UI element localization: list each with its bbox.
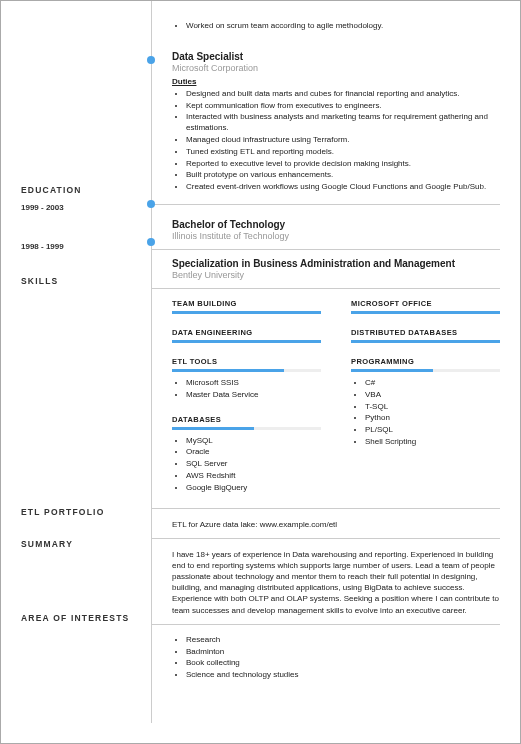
list-item: Science and technology studies <box>186 670 500 681</box>
edu-school-1: Bentley University <box>172 270 500 280</box>
skill-block: DATA ENGINEERING <box>172 328 321 343</box>
timeline-dot <box>147 200 155 208</box>
duties-label: Duties <box>172 77 500 86</box>
list-item: SQL Server <box>186 459 321 470</box>
list-item: Designed and built data marts and cubes … <box>186 89 500 100</box>
job2-title: Data Specialist <box>172 51 500 62</box>
skill-name: DATA ENGINEERING <box>172 328 321 337</box>
list-item: Kept communication flow from executives … <box>186 101 500 112</box>
list-item: AWS Redshift <box>186 471 321 482</box>
list-item: Created event-driven workflows using Goo… <box>186 182 500 193</box>
skill-block: DATABASESMySQLOracleSQL ServerAWS Redshi… <box>172 415 321 494</box>
skill-name: DISTRIBUTED DATABASES <box>351 328 500 337</box>
skill-name: MICROSOFT OFFICE <box>351 299 500 308</box>
list-item: VBA <box>365 390 500 401</box>
list-item: Python <box>365 413 500 424</box>
top-bullet-list: Worked on scrum team according to agile … <box>172 21 500 32</box>
interests-label: AREA OF INTERESTS <box>21 613 139 623</box>
etl-label: ETL PORTFOLIO <box>21 507 139 517</box>
skill-items: Microsoft SSISMaster Data Service <box>172 378 321 401</box>
skill-items: MySQLOracleSQL ServerAWS RedshiftGoogle … <box>172 436 321 494</box>
skills-col-left: TEAM BUILDINGDATA ENGINEERINGETL TOOLSMi… <box>172 299 321 508</box>
skills-label: SKILLS <box>21 276 139 286</box>
list-item: Worked on scrum team according to agile … <box>186 21 500 32</box>
skills-grid: TEAM BUILDINGDATA ENGINEERINGETL TOOLSMi… <box>172 299 500 508</box>
list-item: Tuned existing ETL and reporting models. <box>186 147 500 158</box>
list-item: Shell Scripting <box>365 437 500 448</box>
job2-company: Microsoft Corporation <box>172 63 500 73</box>
job2-duties: Designed and built data marts and cubes … <box>172 89 500 193</box>
list-item: PL/SQL <box>365 425 500 436</box>
skill-bar-fill <box>172 340 321 343</box>
skill-bar <box>351 340 500 343</box>
list-item: MySQL <box>186 436 321 447</box>
edu-degree-0: Bachelor of Technology <box>172 219 500 230</box>
skill-block: MICROSOFT OFFICE <box>351 299 500 314</box>
interests-list: ResearchBadmintonBook collectingScience … <box>172 635 500 681</box>
list-item: Interacted with business analysts and ma… <box>186 112 500 134</box>
skill-bar-fill <box>351 311 500 314</box>
summary-text: I have 18+ years of experience in Data w… <box>172 549 500 616</box>
list-item: Microsoft SSIS <box>186 378 321 389</box>
skill-bar <box>172 340 321 343</box>
list-item: C# <box>365 378 500 389</box>
skill-block: TEAM BUILDING <box>172 299 321 314</box>
skill-block: PROGRAMMINGC#VBAT-SQLPythonPL/SQLShell S… <box>351 357 500 448</box>
skill-bar-fill <box>351 369 433 372</box>
list-item: Master Data Service <box>186 390 321 401</box>
skill-name: TEAM BUILDING <box>172 299 321 308</box>
list-item: Oracle <box>186 447 321 458</box>
skill-block: ETL TOOLSMicrosoft SSISMaster Data Servi… <box>172 357 321 401</box>
timeline-dot <box>147 238 155 246</box>
skill-name: DATABASES <box>172 415 321 424</box>
skill-bar-fill <box>351 340 500 343</box>
list-item: Book collecting <box>186 658 500 669</box>
skill-bar-fill <box>172 369 284 372</box>
timeline-dot <box>147 56 155 64</box>
list-item: T-SQL <box>365 402 500 413</box>
list-item: Managed cloud infrastructure using Terra… <box>186 135 500 146</box>
list-item: Research <box>186 635 500 646</box>
skill-name: ETL TOOLS <box>172 357 321 366</box>
skill-bar <box>172 427 321 430</box>
list-item: Google BigQuery <box>186 483 321 494</box>
edu-school-0: Illinois Institute of Technology <box>172 231 500 241</box>
edu-date-0: 1999 - 2003 <box>21 203 139 212</box>
skill-name: PROGRAMMING <box>351 357 500 366</box>
skill-bar-fill <box>172 311 321 314</box>
right-column: Worked on scrum team according to agile … <box>151 1 500 723</box>
education-label: EDUCATION <box>21 185 139 195</box>
left-column: EDUCATION 1999 - 2003 1998 - 1999 SKILLS… <box>21 1 151 723</box>
list-item: Reported to executive level to provide d… <box>186 159 500 170</box>
edu-degree-1: Specialization in Business Administratio… <box>172 258 500 269</box>
skill-items: C#VBAT-SQLPythonPL/SQLShell Scripting <box>351 378 500 448</box>
skill-bar <box>351 369 500 372</box>
etl-text: ETL for Azure data lake: www.example.com… <box>172 519 500 530</box>
skill-bar <box>172 311 321 314</box>
list-item: Badminton <box>186 647 500 658</box>
summary-label: SUMMARY <box>21 539 139 549</box>
skill-bar <box>172 369 321 372</box>
list-item: Built prototype on various enhancements. <box>186 170 500 181</box>
edu-date-1: 1998 - 1999 <box>21 242 139 251</box>
skills-col-right: MICROSOFT OFFICEDISTRIBUTED DATABASESPRO… <box>351 299 500 508</box>
skill-bar-fill <box>172 427 254 430</box>
skill-block: DISTRIBUTED DATABASES <box>351 328 500 343</box>
skill-bar <box>351 311 500 314</box>
